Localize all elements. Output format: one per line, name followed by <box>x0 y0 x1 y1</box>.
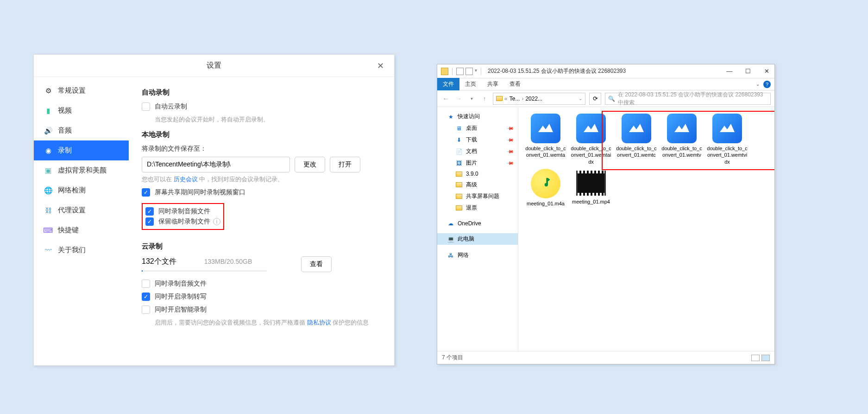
keep-temp-checkbox[interactable]: ✓ <box>145 217 154 226</box>
globe-icon: 🌐 <box>44 186 52 195</box>
ribbon-tab-file[interactable]: 文件 <box>437 78 459 90</box>
close-icon[interactable]: ✕ <box>375 60 386 71</box>
settings-content: 自动录制 自动云录制 当您发起的会议开始时，将自动开启录制。 本地录制 将录制的… <box>129 77 394 365</box>
file-item[interactable]: double_click_to_convert_01.wemtaidx <box>568 112 614 167</box>
settings-header: 设置 ✕ <box>34 55 394 77</box>
minimize-icon[interactable]: — <box>725 68 734 75</box>
qat-dropdown-icon[interactable]: ▾ <box>475 68 477 75</box>
settings-body: ⚙常规设置 ▮视频 🔊音频 ◉录制 ▣虚拟背景和美颜 🌐网络检测 ⛓代理设置 ⌨… <box>34 77 394 365</box>
help-icon[interactable]: ? <box>763 81 771 88</box>
auto-cloud-checkbox[interactable] <box>142 102 150 111</box>
maximize-icon[interactable]: ☐ <box>744 68 752 75</box>
file-item[interactable]: double_click_to_convert_01.wemta <box>523 112 568 167</box>
explorer-statusbar: 7 个项目 <box>437 351 774 364</box>
tencent-meeting-icon <box>712 114 742 143</box>
cloud-smart-desc: 启用后，需要访问您的会议音视频信息，我们将严格遵循 隐私协议 保护您的信息 <box>155 318 381 327</box>
file-name: double_click_to_convert_01.wemta <box>525 145 566 159</box>
nav-desktop[interactable]: 🖥桌面📌 <box>437 122 518 134</box>
search-box[interactable]: 🔍 在 2022-08-03 15.51.25 会议小助手的快速会议 22680… <box>605 93 771 105</box>
nav-pictures[interactable]: 🖼图片📌 <box>437 157 518 169</box>
folder-icon <box>456 194 462 199</box>
files-grid: double_click_to_convert_01.wemtadouble_c… <box>523 112 770 209</box>
back-icon[interactable]: ← <box>441 95 450 102</box>
keep-temp-row: ✓ 保留临时录制文件 i <box>145 217 220 226</box>
nav-hotkey[interactable]: ⌨快捷键 <box>34 220 129 240</box>
camera-icon: ▮ <box>44 107 52 115</box>
pin-icon: 📌 <box>507 147 514 155</box>
pin-icon: 📌 <box>507 159 514 166</box>
pc-icon: 💻 <box>447 236 454 242</box>
file-name: double_click_to_convert_01.wemtv <box>661 145 703 159</box>
history-link[interactable]: 历史会议 <box>174 176 198 183</box>
nav-about[interactable]: 〰关于我们 <box>34 240 129 260</box>
ribbon-tab-home[interactable]: 主页 <box>459 78 482 90</box>
ribbon-tab-share[interactable]: 共享 <box>482 78 504 90</box>
settings-title: 设置 <box>207 61 221 70</box>
tencent-meeting-icon <box>576 114 606 143</box>
cloud-smart-checkbox[interactable] <box>142 306 150 314</box>
breadcrumb-1[interactable]: Te... <box>509 96 520 102</box>
file-item[interactable]: meeting_01.m4a <box>523 167 568 209</box>
nav-folder-390[interactable]: 3.9.0 <box>437 169 518 179</box>
file-name: meeting_01.mp4 <box>572 198 610 205</box>
nav-record[interactable]: ◉录制 <box>34 140 129 160</box>
change-button[interactable]: 更改 <box>295 157 325 172</box>
search-icon: 🔍 <box>608 96 615 102</box>
nav-folder-advanced[interactable]: 高级 <box>437 179 518 191</box>
nav-documents[interactable]: 📄文档📌 <box>437 146 518 157</box>
picture-icon: 🖼 <box>456 160 462 166</box>
privacy-link[interactable]: 隐私协议 <box>307 319 331 326</box>
file-item[interactable]: double_click_to_convert_01.wemtc <box>614 112 659 167</box>
file-item[interactable]: double_click_to_convert_01.wemtvidx <box>704 112 750 167</box>
view-details-icon[interactable] <box>751 355 760 361</box>
address-box[interactable]: « Te... › 2022... ⌄ <box>493 93 585 105</box>
window-title: 2022-08-03 15.51.25 会议小助手的快速会议 226802393 <box>488 67 626 75</box>
nav-quick-access[interactable]: ★快速访问 <box>437 111 518 122</box>
cloud-view-button[interactable]: 查看 <box>301 256 332 272</box>
nav-network[interactable]: 🌐网络检测 <box>34 180 129 200</box>
cloud-size: 133MB/20.50GB <box>204 258 252 265</box>
up-icon[interactable]: ↑ <box>480 95 489 102</box>
logo-icon: 〰 <box>44 246 52 255</box>
qat-icon[interactable] <box>456 68 464 75</box>
forward-icon[interactable]: → <box>454 95 463 102</box>
file-item[interactable]: meeting_01.mp4 <box>568 167 614 209</box>
view-icons-icon[interactable] <box>761 355 770 361</box>
qat-icon[interactable] <box>465 68 473 75</box>
nav-background[interactable]: ▣虚拟背景和美颜 <box>34 160 129 180</box>
path-input[interactable] <box>142 157 290 172</box>
cloud-audio-checkbox[interactable] <box>142 280 150 288</box>
info-icon[interactable]: i <box>213 218 220 225</box>
cloud-transcribe-checkbox[interactable]: ✓ <box>142 293 150 301</box>
open-button[interactable]: 打开 <box>330 157 360 172</box>
nav-video[interactable]: ▮视频 <box>34 101 129 121</box>
nav-audio[interactable]: 🔊音频 <box>34 121 129 140</box>
nav-label: 视频 <box>58 106 72 115</box>
chevron-down-icon[interactable]: ⌄ <box>579 96 582 101</box>
file-item[interactable]: double_click_to_convert_01.wemtv <box>659 112 704 167</box>
breadcrumb-2[interactable]: 2022... <box>525 96 542 102</box>
ribbon-tab-view[interactable]: 查看 <box>504 78 526 90</box>
chevron-down-icon[interactable]: ⌄ <box>756 82 760 87</box>
screen-share-checkbox[interactable]: ✓ <box>142 188 150 197</box>
nav-onedrive[interactable]: ☁OneDrive <box>437 218 518 229</box>
video-icon <box>576 171 606 196</box>
nav-downloads[interactable]: ⬇下载📌 <box>437 134 518 146</box>
window-controls: — ☐ ✕ <box>725 68 771 75</box>
refresh-icon[interactable]: ⟳ <box>589 93 601 105</box>
folder-icon[interactable] <box>441 68 448 75</box>
nav-this-pc[interactable]: 💻此电脑 <box>437 233 518 245</box>
keyboard-icon: ⌨ <box>44 226 52 235</box>
nav-proxy[interactable]: ⛓代理设置 <box>34 200 129 220</box>
tencent-meeting-icon <box>622 114 651 143</box>
nav-folder-refund[interactable]: 退票 <box>437 202 518 214</box>
local-audio-checkbox[interactable]: ✓ <box>145 207 154 216</box>
close-icon[interactable]: ✕ <box>762 68 771 75</box>
nav-folder-share[interactable]: 共享屏幕问题 <box>437 191 518 202</box>
qqmusic-icon <box>531 169 560 198</box>
cloud-icon: ☁ <box>447 220 454 227</box>
nav-network[interactable]: 🖧网络 <box>437 249 518 261</box>
history-dropdown-icon[interactable]: ▾ <box>467 96 476 101</box>
explorer-window: ▾ 2022-08-03 15.51.25 会议小助手的快速会议 2268023… <box>437 64 775 364</box>
nav-general[interactable]: ⚙常规设置 <box>34 81 129 101</box>
